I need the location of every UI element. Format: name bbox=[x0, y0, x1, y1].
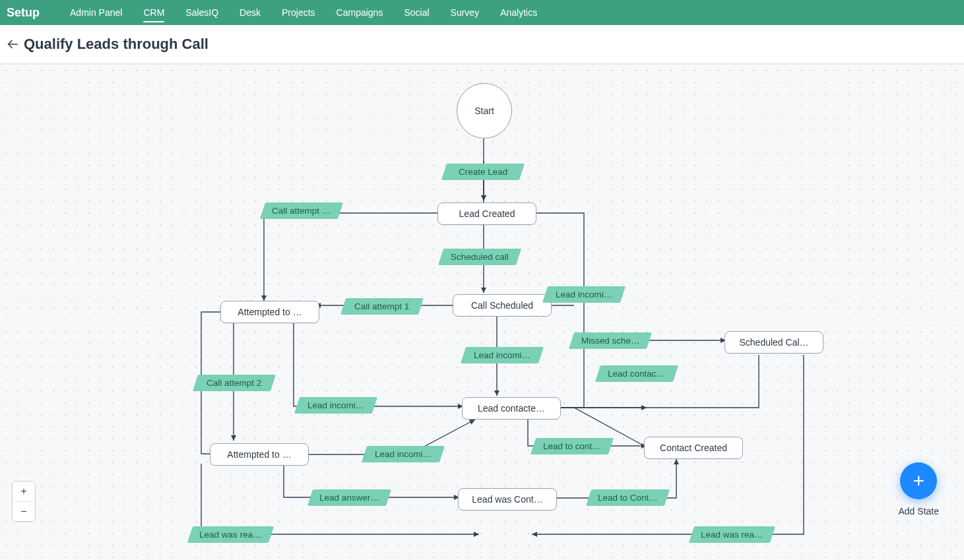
nav-tab-desk[interactable]: Desk bbox=[240, 0, 261, 25]
transition-lead-was-reached-left[interactable]: Lead was rea… bbox=[187, 526, 274, 543]
transition-lead-incoming-mid[interactable]: Lead incomi… bbox=[461, 347, 544, 363]
transition-label: Lead answer… bbox=[319, 493, 379, 503]
state-scheduled-call-missed[interactable]: Scheduled Cal… bbox=[724, 331, 823, 354]
transition-label: Call attempt 2 bbox=[207, 378, 261, 388]
transition-missed-scheduled[interactable]: Missed sche… bbox=[569, 332, 652, 349]
transition-label: Create Lead bbox=[459, 167, 507, 177]
state-lead-contacted[interactable]: Lead contacte… bbox=[462, 397, 561, 420]
page-header: Qualify Leads through Call bbox=[0, 25, 964, 64]
transition-label: Scheduled call bbox=[451, 252, 509, 262]
transition-create-lead[interactable]: Create Lead bbox=[441, 164, 525, 180]
transition-label: Lead to cont… bbox=[543, 441, 601, 451]
zoom-out-button[interactable]: − bbox=[13, 501, 35, 521]
nav-tab-projects[interactable]: Projects bbox=[282, 0, 315, 25]
state-attempted-1[interactable]: Attempted to … bbox=[220, 301, 319, 323]
transition-label: Call attempt 1 bbox=[354, 301, 409, 311]
state-call-scheduled[interactable]: Call Scheduled bbox=[453, 294, 552, 317]
transition-label: Lead incomi… bbox=[307, 400, 364, 410]
nav-tab-crm[interactable]: CRM bbox=[143, 0, 164, 25]
transition-label: Lead incomi… bbox=[375, 449, 432, 459]
zoom-in-button[interactable]: + bbox=[13, 482, 35, 501]
nav-tab-campaigns[interactable]: Campaigns bbox=[337, 0, 383, 25]
transition-call-attempt-2[interactable]: Call attempt 2 bbox=[193, 375, 276, 391]
transition-label: Lead to Cont… bbox=[598, 493, 658, 503]
top-nav: Setup Admin Panel CRM SalesIQ Desk Proje… bbox=[0, 0, 964, 25]
add-state-caption: Add State bbox=[899, 506, 940, 516]
nav-tab-social[interactable]: Social bbox=[404, 0, 429, 25]
nav-tab-salesiq[interactable]: SalesIQ bbox=[185, 0, 218, 25]
transition-lead-incoming-top[interactable]: Lead incomi… bbox=[542, 286, 626, 303]
transition-label: Lead was rea… bbox=[701, 530, 763, 540]
plus-icon: + bbox=[913, 470, 924, 492]
transition-lead-was-reached-right[interactable]: Lead was rea… bbox=[689, 526, 775, 543]
start-label: Start bbox=[474, 106, 494, 116]
transition-label: Missed sche… bbox=[581, 336, 640, 346]
page-title: Qualify Leads through Call bbox=[24, 36, 209, 53]
back-arrow-icon[interactable] bbox=[5, 37, 20, 51]
nav-tab-admin[interactable]: Admin Panel bbox=[70, 0, 122, 25]
brand: Setup bbox=[7, 6, 40, 20]
blueprint-canvas[interactable]: Start Create Lead Lead Created Call atte… bbox=[0, 64, 964, 560]
transition-lead-answered[interactable]: Lead answer… bbox=[307, 489, 391, 506]
state-lead-was-contacted[interactable]: Lead was Cont… bbox=[458, 488, 557, 511]
transition-lead-incoming-left[interactable]: Lead incomi… bbox=[294, 397, 377, 414]
transition-lead-contacted-right[interactable]: Lead contac… bbox=[595, 365, 678, 382]
state-attempted-2[interactable]: Attempted to … bbox=[210, 443, 309, 466]
transition-lead-to-contact-short[interactable]: Lead to cont… bbox=[530, 438, 614, 454]
transition-label: Lead contac… bbox=[608, 369, 665, 379]
transition-scheduled-call[interactable]: Scheduled call bbox=[438, 249, 521, 265]
add-state-fab: + Add State bbox=[899, 462, 940, 516]
transition-label: Lead incomi… bbox=[474, 350, 530, 360]
state-contact-created[interactable]: Contact Created bbox=[644, 437, 743, 459]
transition-label: Lead incomi… bbox=[556, 290, 612, 299]
state-lead-created[interactable]: Lead Created bbox=[437, 202, 536, 225]
transition-lead-incoming-low[interactable]: Lead incomi… bbox=[362, 446, 445, 462]
add-state-button[interactable]: + bbox=[900, 462, 937, 499]
transition-call-attempt-top[interactable]: Call attempt … bbox=[260, 202, 343, 219]
transition-call-attempt-1[interactable]: Call attempt 1 bbox=[340, 298, 424, 315]
transition-label: Lead was rea… bbox=[199, 530, 262, 540]
nav-tab-survey[interactable]: Survey bbox=[451, 0, 480, 25]
nav-tab-analytics[interactable]: Analytics bbox=[500, 0, 537, 25]
zoom-control: + − bbox=[12, 481, 36, 522]
start-node[interactable]: Start bbox=[457, 83, 512, 139]
transition-lead-to-contact-cap[interactable]: Lead to Cont… bbox=[586, 489, 670, 506]
transition-label: Call attempt … bbox=[272, 206, 331, 216]
